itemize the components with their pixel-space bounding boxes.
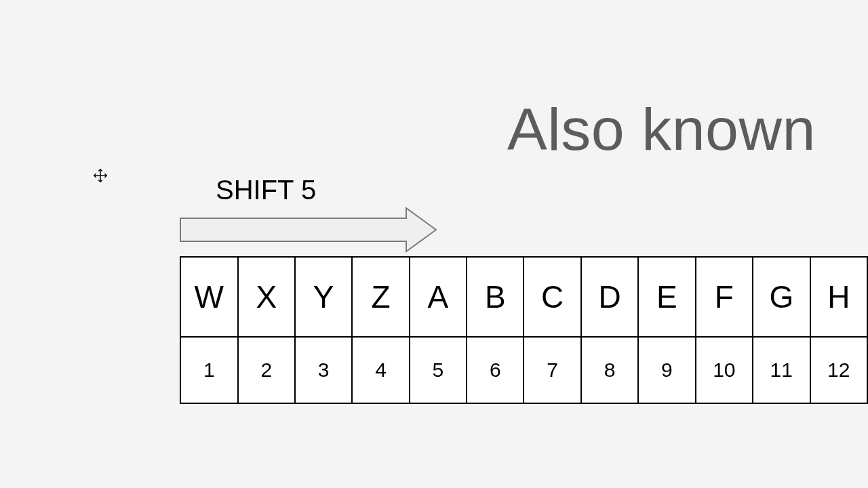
letter-cell: H xyxy=(810,257,867,337)
letter-cell: G xyxy=(753,257,810,337)
page-title: Also known xyxy=(507,95,816,164)
cipher-table: W X Y Z A B C D E F G H 1 2 3 4 5 6 7 8 … xyxy=(180,256,868,404)
letter-cell: F xyxy=(696,257,753,337)
number-cell: 9 xyxy=(638,337,695,403)
number-cell: 1 xyxy=(180,337,238,403)
number-cell: 10 xyxy=(696,337,753,403)
letter-cell: W xyxy=(180,257,238,337)
right-arrow-icon xyxy=(178,206,439,253)
letter-cell: Y xyxy=(295,257,352,337)
letter-row: W X Y Z A B C D E F G H xyxy=(180,257,867,337)
letter-cell: A xyxy=(410,257,467,337)
number-cell: 4 xyxy=(352,337,409,403)
shift-label: SHIFT 5 xyxy=(216,175,316,205)
svg-marker-2 xyxy=(180,208,436,251)
letter-cell: B xyxy=(467,257,524,337)
letter-cell: D xyxy=(581,257,638,337)
number-cell: 3 xyxy=(295,337,352,403)
number-cell: 11 xyxy=(753,337,810,403)
letter-cell: C xyxy=(524,257,580,337)
number-cell: 8 xyxy=(581,337,638,403)
number-cell: 5 xyxy=(410,337,467,403)
letter-cell: E xyxy=(638,257,695,337)
letter-cell: Z xyxy=(352,257,409,337)
number-cell: 2 xyxy=(238,337,295,403)
number-cell: 7 xyxy=(524,337,580,403)
number-cell: 12 xyxy=(810,337,867,403)
move-cursor-icon xyxy=(93,168,108,187)
letter-cell: X xyxy=(238,257,295,337)
number-cell: 6 xyxy=(467,337,524,403)
number-row: 1 2 3 4 5 6 7 8 9 10 11 12 xyxy=(180,337,867,403)
